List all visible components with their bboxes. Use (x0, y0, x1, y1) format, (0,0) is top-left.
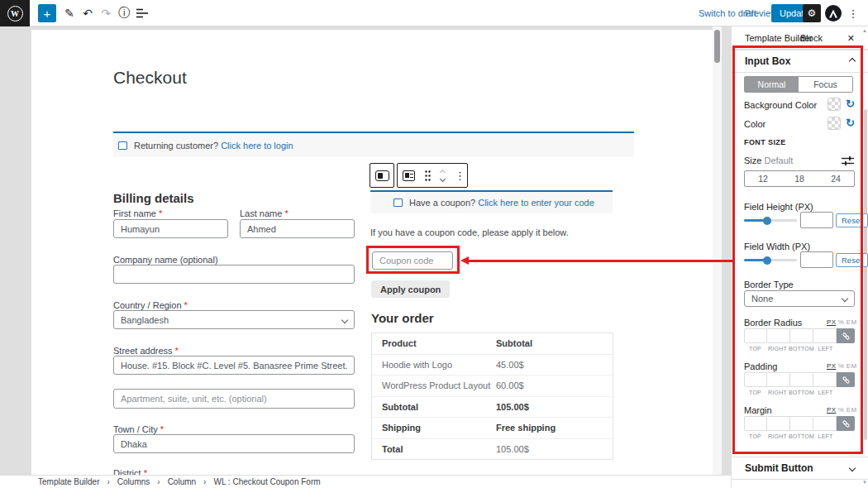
box-input-right[interactable] (767, 416, 790, 431)
product-cell: Subtotal (372, 402, 496, 412)
link-values-button[interactable] (837, 372, 855, 387)
breadcrumb-column[interactable]: Column (168, 477, 196, 486)
sidebar-scrollbar-thumb[interactable] (864, 109, 867, 440)
unit-percent[interactable]: % (838, 406, 844, 414)
block-options-button[interactable]: ⋮ (450, 164, 470, 187)
company-input[interactable] (113, 265, 355, 284)
last-name-label: Last name * (240, 208, 289, 218)
undo-button[interactable]: ↶ (79, 0, 96, 26)
unit-switcher[interactable]: PX % EM (827, 406, 856, 414)
padding-label: Padding (744, 361, 777, 371)
wordpress-logo[interactable]: W (0, 0, 30, 26)
table-row-shipping: Shipping Free shipping (372, 417, 613, 438)
block-inserter-button[interactable]: + (38, 4, 56, 22)
field-height-input[interactable] (800, 212, 833, 228)
redo-button[interactable]: ↷ (98, 0, 114, 26)
unit-em[interactable]: EM (847, 362, 857, 370)
border-type-select[interactable]: None (744, 290, 855, 307)
box-input-right[interactable] (767, 372, 790, 387)
size-settings-button[interactable] (842, 155, 854, 170)
tools-button[interactable]: ✎ (61, 0, 78, 26)
breadcrumb-columns[interactable]: Columns (117, 477, 150, 486)
last-name-input[interactable] (240, 219, 355, 238)
unit-px[interactable]: PX (827, 362, 836, 370)
unit-em[interactable]: EM (847, 318, 857, 326)
table-row-total: Total 105.00$ (372, 438, 613, 460)
tab-block[interactable]: Block (800, 26, 823, 50)
plugin-logo[interactable] (825, 5, 842, 22)
border-radius-label: Border Radius (744, 318, 802, 328)
slider-thumb[interactable] (763, 217, 771, 225)
side-left: LEFT (814, 433, 837, 439)
panel-input-box[interactable]: Input Box (732, 50, 868, 73)
field-width-slider[interactable] (744, 256, 797, 264)
block-mover[interactable] (436, 164, 450, 187)
panel-submit-button[interactable]: Submit Button (732, 457, 868, 480)
coupon-enter-link[interactable]: Click here to enter your code (478, 198, 594, 208)
subtotal-cell: 105.00$ (496, 402, 613, 412)
close-sidebar-button[interactable]: ✕ (847, 26, 855, 50)
box-input-bottom[interactable] (790, 372, 813, 387)
first-name-input[interactable] (113, 219, 228, 238)
annotation-arrow-line (468, 260, 733, 262)
link-values-button[interactable] (837, 328, 855, 343)
background-color-swatch[interactable] (827, 98, 841, 111)
country-select[interactable]: Bangladesh (113, 310, 355, 329)
border-type-value: None (751, 294, 773, 304)
unit-em[interactable]: EM (847, 406, 857, 414)
font-size-18[interactable]: 18 (781, 171, 818, 186)
breadcrumb-template-builder[interactable]: Template Builder (38, 477, 99, 486)
unit-switcher[interactable]: PX % EM (827, 362, 856, 370)
box-input-left[interactable] (813, 416, 837, 431)
scrollbar-down-arrow[interactable]: ▼ (862, 480, 867, 485)
field-height-slider[interactable] (744, 216, 797, 224)
canvas-scrollbar-thumb[interactable] (714, 30, 720, 63)
reset-background-color-icon[interactable]: ↻ (846, 98, 855, 109)
link-values-button[interactable] (837, 416, 855, 431)
state-normal-button[interactable]: Normal (745, 77, 799, 92)
canvas-scrollbar-track[interactable] (713, 26, 722, 475)
slider-thumb[interactable] (763, 256, 771, 265)
box-input-bottom[interactable] (790, 328, 813, 343)
font-size-12[interactable]: 12 (745, 171, 781, 186)
state-focus-button[interactable]: Focus (799, 77, 852, 92)
field-width-reset-button[interactable]: Reset (836, 253, 868, 267)
reset-color-icon[interactable]: ↻ (846, 117, 855, 128)
unit-percent[interactable]: % (838, 318, 844, 326)
sidebar-header: Template Builder Block ✕ (732, 26, 868, 50)
town-city-input[interactable] (113, 434, 355, 453)
apartment-input[interactable] (113, 389, 355, 409)
box-input-left[interactable] (813, 372, 837, 387)
box-input-left[interactable] (813, 328, 837, 343)
street-address-input[interactable] (113, 356, 355, 375)
block-type-button[interactable] (370, 164, 394, 187)
field-height-reset-button[interactable]: Reset (836, 213, 868, 227)
gear-icon: ⚙ (808, 7, 817, 19)
unit-px[interactable]: PX (827, 406, 836, 414)
breadcrumb-current-block[interactable]: WL : Checkout Coupon Form (213, 477, 320, 486)
scrollbar-up-arrow[interactable]: ▲ (862, 28, 867, 33)
list-view-button[interactable] (134, 0, 150, 26)
select-parent-button[interactable] (398, 164, 420, 187)
drag-handle[interactable] (420, 164, 436, 187)
side-top: TOP (744, 346, 766, 352)
box-input-right[interactable] (767, 328, 790, 343)
options-menu-button[interactable]: ⋮ (845, 0, 861, 26)
coupon-code-input[interactable] (372, 251, 453, 270)
subtotal-cell: 60.00$ (496, 380, 613, 390)
font-size-24[interactable]: 24 (818, 171, 854, 186)
unit-percent[interactable]: % (838, 362, 844, 370)
details-button[interactable]: ⓘ (116, 0, 132, 26)
apply-coupon-button[interactable]: Apply coupon (371, 280, 450, 298)
required-mark: * (284, 208, 288, 218)
login-link[interactable]: Click here to login (221, 141, 293, 151)
field-width-input[interactable] (800, 251, 833, 268)
unit-switcher[interactable]: PX % EM (827, 318, 856, 326)
box-input-top[interactable] (744, 328, 767, 343)
box-input-bottom[interactable] (790, 416, 813, 431)
color-swatch[interactable] (827, 117, 841, 130)
unit-px[interactable]: PX (827, 318, 836, 326)
box-input-top[interactable] (744, 416, 767, 431)
box-input-top[interactable] (744, 372, 767, 387)
settings-toggle-button[interactable]: ⚙ (803, 4, 821, 22)
